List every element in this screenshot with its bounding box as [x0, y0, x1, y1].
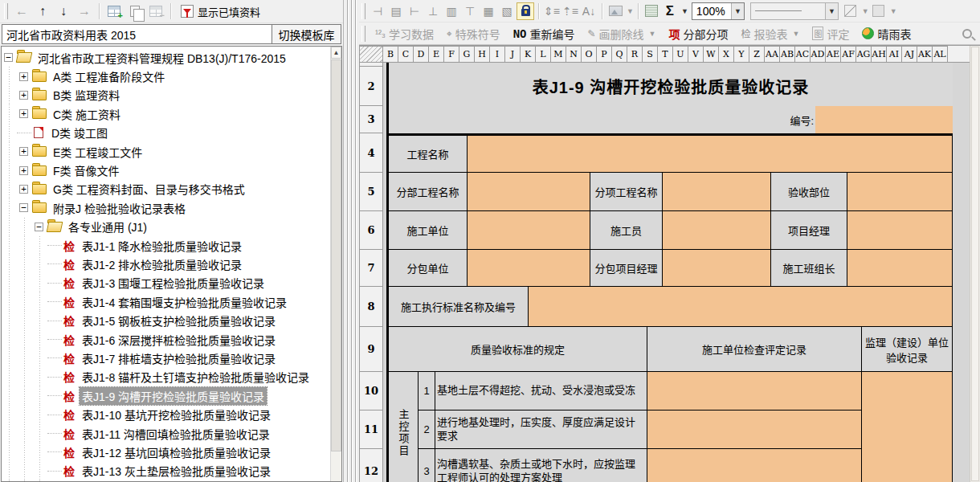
diagonal-line-icon[interactable]	[842, 2, 860, 20]
row-header[interactable]: 10	[359, 372, 383, 411]
toolbar-grip[interactable]	[361, 3, 365, 19]
column-header-K[interactable]: K	[521, 46, 536, 63]
column-header-R[interactable]: R	[627, 46, 643, 63]
column-header-C[interactable]: C	[398, 46, 414, 63]
tree-item[interactable]: +E类 工程竣工文件	[2, 142, 330, 161]
row-header[interactable]: 8	[359, 287, 383, 327]
column-header-H[interactable]: H	[475, 46, 490, 63]
column-header-B[interactable]: B	[383, 46, 398, 63]
toolbar-button-画删除线[interactable]: ✎画删除线▼	[582, 24, 663, 43]
expand-icon[interactable]: +	[19, 147, 28, 156]
tree-item[interactable]: D类 竣工图	[2, 124, 330, 142]
sub-pm-input-cell[interactable]	[663, 250, 771, 287]
zoom-combo[interactable]: 100% ▼	[692, 2, 745, 20]
remove-table-button[interactable]: −	[146, 2, 165, 21]
split-cells-icon[interactable]: ⊥	[424, 2, 442, 20]
copy-table-button[interactable]	[125, 2, 145, 21]
column-header-F[interactable]: F	[444, 46, 459, 63]
division-input-cell[interactable]	[468, 173, 590, 211]
zoom-dropdown-icon[interactable]: ▼	[731, 3, 744, 19]
show-filled-filter-button[interactable]: 显示已填资料	[176, 2, 265, 21]
expand-icon[interactable]: +	[19, 91, 28, 100]
column-header-M[interactable]: M	[551, 46, 566, 63]
column-header-AF[interactable]: AF	[841, 46, 856, 63]
pattern-dropdown-icon[interactable]: ▼	[890, 7, 897, 15]
pm-input-cell[interactable]	[847, 211, 953, 250]
criteria-check-input-cell[interactable]	[647, 449, 862, 482]
template-library-field[interactable]: 河北省市政资料用表 2015	[2, 24, 272, 44]
table-border-icon[interactable]: ▧	[498, 2, 516, 20]
switch-template-library-button[interactable]: 切换模板库	[272, 24, 341, 44]
tree-item[interactable]: 检表J1-12 基坑回填检验批质量验收记录	[2, 443, 330, 461]
crew-leader-input-cell[interactable]	[847, 250, 953, 287]
column-header-N[interactable]: N	[566, 46, 582, 63]
toolbar-grip[interactable]	[4, 3, 8, 19]
row-header[interactable]: 5	[359, 173, 383, 211]
row-header[interactable]: 6	[359, 211, 383, 250]
column-header-AH[interactable]: AH	[872, 46, 887, 63]
image-dropdown-icon[interactable]: ▼	[627, 7, 634, 15]
tree-item[interactable]: +G类 工程资料封面、目录与移交书格式	[2, 180, 330, 198]
row-header[interactable]: 7	[359, 250, 383, 287]
nav-forward-icon[interactable]: →	[75, 2, 94, 21]
tree-item[interactable]: 检表J1-6 深层搅拌桩检验批质量验收记录	[2, 330, 330, 349]
column-header-AE[interactable]: AE	[826, 46, 841, 63]
line-spacing-decrease-icon[interactable]: ⇡≡	[561, 2, 579, 20]
column-header-AI[interactable]: AI	[887, 46, 902, 63]
builder-input-cell[interactable]	[468, 211, 590, 250]
column-header-AB[interactable]: AB	[780, 46, 795, 63]
column-header-S[interactable]: S	[643, 46, 658, 63]
column-header-U[interactable]: U	[673, 46, 688, 63]
collapse-icon[interactable]: −	[19, 203, 28, 212]
nav-back-icon[interactable]: ←	[12, 2, 31, 21]
tree-item[interactable]: +F类 音像文件	[2, 161, 330, 179]
toolbar-button-报验表[interactable]: 检报验表▼	[735, 24, 806, 43]
sheet-scrollbar[interactable]	[970, 46, 980, 482]
row-header[interactable]: 11	[359, 411, 383, 449]
column-header-O[interactable]: O	[582, 46, 597, 63]
subcontractor-input-cell[interactable]	[468, 250, 590, 287]
tree-item[interactable]: 检表J1-2 排水检验批质量验收记录	[2, 255, 330, 273]
tree-item[interactable]: 检表J1-4 套箱围堰支护检验批质量验收记录	[2, 292, 330, 311]
line-style-dropdown-icon[interactable]: ▼	[825, 3, 838, 19]
number-input-cell[interactable]	[815, 106, 953, 133]
sum-icon[interactable]: Σ	[661, 2, 679, 20]
tree-item[interactable]: +B类 监理资料	[2, 86, 330, 104]
tree-item[interactable]: 检表J1-1 降水检验批质量验收记录	[2, 236, 330, 255]
column-header-AC[interactable]: AC	[795, 46, 811, 63]
sum-dropdown-icon[interactable]: ▼	[681, 7, 688, 15]
tree-scrollbar[interactable]: ▲	[330, 47, 341, 481]
select-all-corner[interactable]	[359, 46, 383, 63]
column-header-AK[interactable]: AK	[917, 46, 933, 63]
tree-item[interactable]: 检表J1-10 基坑开挖检验批质量验收记录	[2, 405, 330, 423]
insert-row-right-icon[interactable]: ⊢	[406, 2, 423, 20]
line-style-combo[interactable]: ▼	[750, 2, 839, 20]
criteria-check-input-cell[interactable]	[647, 411, 862, 449]
acceptance-part-input-cell[interactable]	[847, 173, 953, 211]
tree-item[interactable]: −河北省市政工程资料管理规程 DB13(J)/T176-2015	[2, 48, 330, 67]
column-header-AL[interactable]: AL	[933, 46, 948, 63]
merge-cells-icon[interactable]: ▤	[387, 2, 405, 20]
insert-image-icon[interactable]	[606, 2, 624, 20]
tree-item[interactable]: −附录J 检验批验收记录表格	[2, 198, 330, 217]
tree-item[interactable]: 检表J1-3 围堰工程检验批质量验收记录	[2, 274, 330, 292]
tree-item[interactable]: −各专业通用 (J1)	[2, 218, 330, 236]
column-header-W[interactable]: W	[704, 46, 719, 63]
expand-icon[interactable]: +	[19, 166, 28, 175]
column-header-AG[interactable]: AG	[856, 46, 872, 63]
subdivision-input-cell[interactable]	[663, 173, 771, 211]
tree-item[interactable]: 检表J1-8 锚杆及土钉墙支护检验批质量验收记录	[2, 368, 330, 386]
tree-item[interactable]: 检表J1-13 灰土垫层检验批质量验收记录	[2, 462, 330, 480]
collapse-icon[interactable]: −	[35, 223, 43, 231]
sheet-scrollbar-thumb[interactable]	[971, 47, 979, 481]
column-header-V[interactable]: V	[688, 46, 704, 63]
tree-item[interactable]: 检表J1-7 排桩墙支护检验批质量验收记录	[2, 349, 330, 367]
delete-row-icon[interactable]: ⊤	[461, 2, 479, 20]
column-header-X[interactable]: X	[719, 46, 734, 63]
column-header-AA[interactable]: AA	[765, 46, 780, 63]
column-header-AJ[interactable]: AJ	[902, 46, 917, 63]
scroll-up-icon[interactable]: ▲	[331, 47, 341, 59]
expand-icon[interactable]: +	[19, 109, 28, 118]
dropdown-icon[interactable]: ▼	[793, 30, 800, 38]
row-header[interactable]: 9	[359, 327, 383, 372]
